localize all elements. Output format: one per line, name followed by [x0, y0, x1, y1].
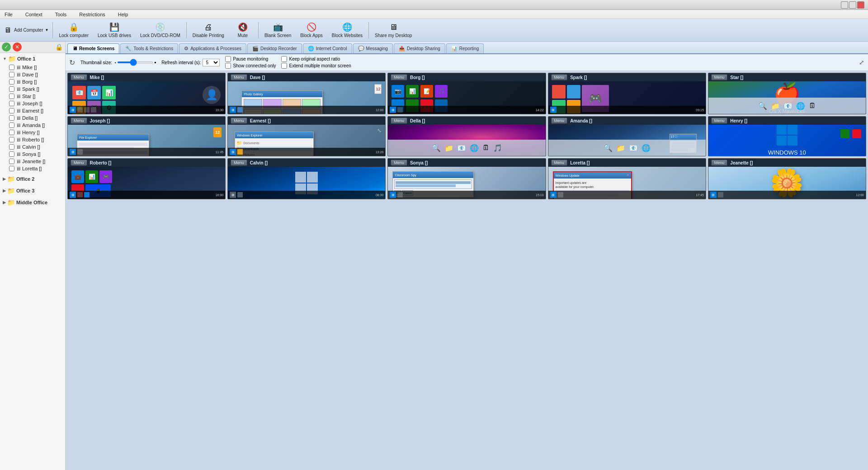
menu-button-loretta[interactable]: Menu [551, 160, 568, 166]
tree-office2[interactable]: ▶ 📁 Office 2 [0, 174, 65, 184]
menu-context[interactable]: Context [23, 11, 45, 18]
menu-button-calvin[interactable]: Menu [231, 160, 247, 166]
tree-middle-office[interactable]: ▶ 📁 Middle Office [0, 197, 65, 207]
tab-desktop-recorder[interactable]: 🎬 Desktop Recorder [247, 43, 302, 53]
expand-icon-office2: ▶ [3, 177, 6, 181]
tree-computer-roberto[interactable]: 🖥Roberto [] [0, 136, 65, 143]
thumb-header-della: Menu Della [] [388, 117, 545, 125]
thumbnail-size-control: Thumbnail size: ▪ ▪ [80, 59, 156, 66]
screen-jeanette[interactable]: 🌼 ⊞ 12:00 [708, 167, 866, 199]
menu-button-joseph[interactable]: Menu [71, 118, 87, 124]
title-bar [0, 0, 868, 10]
tree-office3[interactable]: ▶ 📁 Office 3 [0, 186, 65, 196]
tree-computer-borg[interactable]: 🖥Borg [] [0, 78, 65, 85]
menu-button-spark[interactable]: Menu [551, 74, 568, 80]
tree-computer-earnest[interactable]: 🖥Earnest [] [0, 107, 65, 114]
block-websites-button[interactable]: 🌐 Block Websites [328, 20, 367, 40]
lock-dvd-label: Lock DVD/CD-ROM [140, 33, 180, 38]
checkbox-group-left: Pause monitoring Show connected only [225, 56, 276, 69]
screen-joseph[interactable]: File Explorer 📁📁📁📁 📄📄📄 [68, 125, 225, 156]
screen-henry[interactable]: WINDOWS 10 [708, 125, 866, 156]
tab-reporting[interactable]: 📊 Reporting [446, 43, 484, 53]
tree-computer-jeanette[interactable]: 🖥Jeanette [] [0, 158, 65, 165]
menu-tools[interactable]: Tools [52, 11, 70, 18]
blank-screen-button[interactable]: 📺 Blank Screen [260, 20, 295, 40]
close-button[interactable] [857, 1, 864, 9]
content-area: 🖥 Remote Screens 🔧 Tools & Restrictions … [66, 42, 868, 470]
thumb-name-roberto: Roberto [] [90, 160, 112, 165]
tree-computer-amanda[interactable]: 🖥Amanda [] [0, 122, 65, 129]
tree-computer-della[interactable]: 🖥Della [] [0, 114, 65, 122]
lock-dvd-button[interactable]: 💿 Lock DVD/CD-ROM [136, 20, 184, 40]
lock-computer-button[interactable]: 🔒 Lock computer [55, 20, 93, 40]
tree-computer-sonya[interactable]: 🖥Sonya [] [0, 150, 65, 158]
screen-spark[interactable]: 🎮 ⊞ 09:15 [548, 81, 706, 114]
thumbnail-size-slider[interactable] [117, 61, 153, 63]
tab-applications[interactable]: ⚙ Applications & Processes [179, 43, 246, 53]
menu-button-borg[interactable]: Menu [391, 74, 407, 80]
tab-remote-screens[interactable]: 🖥 Remote Screens [67, 43, 119, 53]
screen-mike[interactable]: 📧 📅 📊 📁 🎮 ⚙ 👤 ⊞ [68, 81, 225, 114]
maximize-button[interactable] [849, 1, 856, 9]
screen-loretta[interactable]: Windows Update✕ Important updates are av… [548, 167, 706, 199]
screen-roberto[interactable]: 💼 📊 🎮 📱 🗓 ⚙ ⊞ [68, 167, 225, 199]
sidebar-lock-button[interactable]: 🔒 [54, 42, 63, 52]
show-connected-checkbox[interactable] [225, 63, 231, 69]
cb-show-connected: Show connected only [225, 63, 276, 69]
menu-button-roberto[interactable]: Menu [71, 160, 87, 166]
menu-help[interactable]: Help [115, 11, 131, 18]
screen-della[interactable]: 🔍📁📧🌐🗓🎵 [388, 125, 545, 156]
menu-file[interactable]: File [2, 11, 15, 18]
tree-office1[interactable]: ▼ 📁 Office 1 [0, 54, 65, 64]
refresh-interval-select[interactable]: 5101530 [203, 59, 220, 66]
tab-tools-restrictions[interactable]: 🔧 Tools & Restrictions [120, 43, 178, 53]
menu-button-star[interactable]: Menu [711, 74, 728, 80]
menu-button-sonya[interactable]: Menu [391, 160, 407, 166]
screen-dave[interactable]: Photo Gallery [228, 81, 385, 114]
menu-button-della[interactable]: Menu [391, 118, 407, 124]
tree-computer-mike[interactable]: 🖥Mike [] [0, 64, 65, 71]
menu-button-henry[interactable]: Menu [711, 118, 728, 124]
toolbar-sep-4 [368, 22, 369, 38]
tree-computer-joseph[interactable]: 🖥Joseph [] [0, 100, 65, 107]
screen-earnest[interactable]: Windows Explorer 📁Documents 📁Downloads [228, 125, 385, 156]
share-desktop-button[interactable]: 🖥 Share my Desktop [371, 21, 416, 40]
mute-button[interactable]: 🔇 Mute [229, 20, 256, 40]
pause-monitoring-checkbox[interactable] [225, 56, 231, 62]
tree-computer-loretta[interactable]: 🖥Loretta [] [0, 165, 65, 172]
menu-button-jeanette[interactable]: Menu [711, 160, 728, 166]
menu-button-earnest[interactable]: Menu [231, 118, 247, 124]
sidebar-cancel-button[interactable]: ✕ [13, 42, 22, 52]
menu-restrictions[interactable]: Restrictions [76, 11, 108, 18]
tree-computer-calvin[interactable]: 🖥Calvin [] [0, 143, 65, 150]
tree-computer-henry[interactable]: 🖥Henry [] [0, 129, 65, 136]
menu-button-amanda[interactable]: Menu [551, 118, 568, 124]
tab-desktop-sharing[interactable]: 📤 Desktop Sharing [394, 43, 445, 53]
screen-amanda[interactable]: 17 □ 🔍📁📧🌐 [548, 125, 706, 156]
expand-thumbnails-button[interactable]: ⤢ [859, 59, 864, 66]
refresh-icon[interactable]: ↻ [69, 58, 75, 67]
tree-computer-spark[interactable]: 🖥Spark [] [0, 85, 65, 93]
block-apps-button[interactable]: 🚫 Block Apps [296, 20, 326, 40]
thumb-header-joseph: Menu Joseph [] [68, 117, 225, 125]
lock-usb-button[interactable]: 💾 Lock USB drives [94, 20, 135, 40]
minimize-button[interactable] [841, 1, 848, 9]
screen-calvin[interactable]: ⊞ 08:30 [228, 167, 385, 199]
add-computer-button[interactable]: 🖥 Add Computer ▼ [2, 24, 51, 36]
disable-printing-button[interactable]: 🖨 Disable Printing [189, 21, 228, 40]
tab-label-tools-restrictions: Tools & Restrictions [133, 46, 173, 51]
tab-internet-control[interactable]: 🌐 Internet Control [303, 43, 352, 53]
sidebar-ok-button[interactable]: ✓ [2, 42, 11, 52]
keep-aspect-checkbox[interactable] [281, 56, 287, 62]
menu-button-dave[interactable]: Menu [231, 74, 247, 80]
add-computer-arrow: ▼ [45, 28, 48, 32]
tree-computer-dave[interactable]: 🖥Dave [] [0, 71, 65, 78]
tab-messaging[interactable]: 💬 Messaging [353, 43, 393, 53]
screen-star[interactable]: 🍎 OS X Mavericks 🔍📁📧🌐🗓 [708, 81, 866, 114]
screen-sonya[interactable]: Classroom Spy OK Cancel [388, 167, 545, 199]
menu-button-mike[interactable]: Menu [71, 74, 87, 80]
extend-monitor-checkbox[interactable] [281, 63, 287, 69]
thumb-header-borg: Menu Borg [] [388, 73, 545, 81]
screen-borg[interactable]: 📷 📊 📝 🎵 ⊞ [388, 81, 545, 114]
tree-computer-star[interactable]: 🖥Star [] [0, 93, 65, 100]
